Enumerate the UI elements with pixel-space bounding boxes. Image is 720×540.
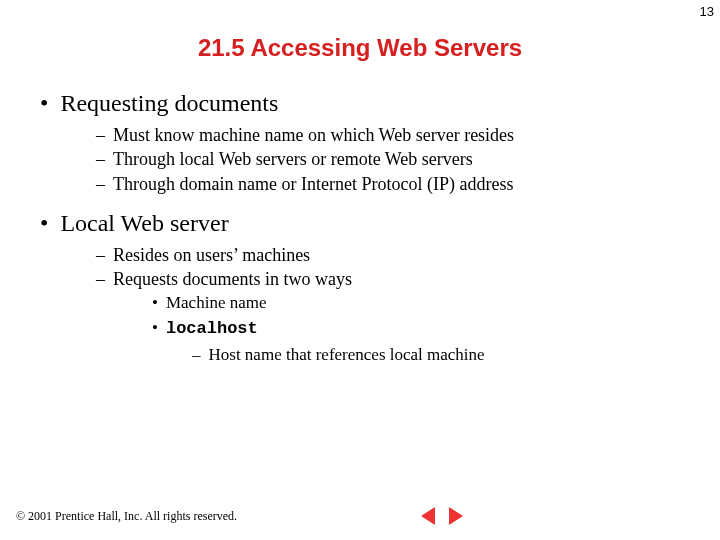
sub-sub-sub-bullet-text: Host name that references local machine [209,345,485,364]
sub-bullet-text: Through local Web servers or remote Web … [113,149,473,169]
arrow-left-icon [421,507,435,525]
next-slide-button[interactable] [445,506,467,526]
sub-bullet-text: Requests documents in two ways [113,269,352,289]
slide-content: •Requesting documents –Must know machine… [0,90,720,367]
sub-bullet: –Through local Web servers or remote Web… [96,147,690,171]
bullet-requesting-documents: •Requesting documents [40,90,690,117]
bullet-dot-icon: • [152,293,158,312]
sub-bullet: –Must know machine name on which Web ser… [96,123,690,147]
sub-sub-bullet-localhost: •localhost [152,316,690,342]
sub-sub-bullet: •Machine name [152,291,690,316]
dash-icon: – [96,245,105,265]
bullet-text: Local Web server [60,210,228,236]
bullet-text: Requesting documents [60,90,278,116]
dash-icon: – [96,125,105,145]
dash-icon: – [96,269,105,289]
prev-slide-button[interactable] [417,506,439,526]
bullet-local-web-server: •Local Web server [40,210,690,237]
bullet-dot-icon: • [152,318,158,337]
sub-bullet: –Resides on users’ machines [96,243,690,267]
nav-arrows [417,506,467,526]
bullet-dot-icon: • [40,90,48,116]
dash-icon: – [96,149,105,169]
sub-bullet-text: Must know machine name on which Web serv… [113,125,514,145]
sub-sub-bullet-text-mono: localhost [166,319,258,338]
sub-bullet: –Through domain name or Internet Protoco… [96,172,690,196]
bullet-dot-icon: • [40,210,48,236]
dash-icon: – [192,345,201,364]
sub-bullet: –Requests documents in two ways [96,267,690,291]
sub-bullet-text: Resides on users’ machines [113,245,310,265]
sub-sub-sub-bullet: –Host name that references local machine [192,342,690,368]
page-number: 13 [700,4,714,19]
sub-sub-bullet-text: Machine name [166,293,267,312]
slide-title: 21.5 Accessing Web Servers [0,34,720,62]
copyright-text: © 2001 Prentice Hall, Inc. All rights re… [16,509,237,524]
sub-bullet-text: Through domain name or Internet Protocol… [113,174,513,194]
arrow-right-icon [449,507,463,525]
footer: © 2001 Prentice Hall, Inc. All rights re… [16,506,704,526]
dash-icon: – [96,174,105,194]
